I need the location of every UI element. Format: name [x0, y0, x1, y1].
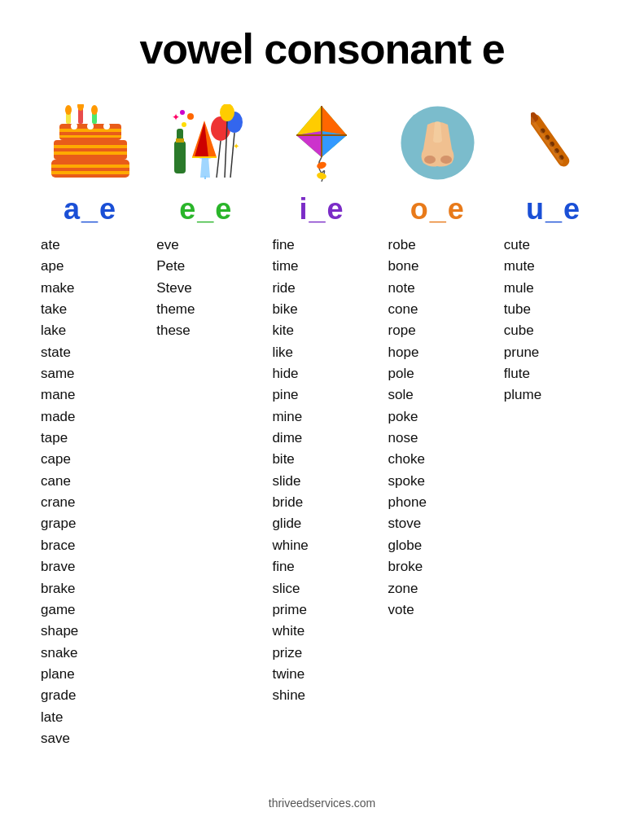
list-item: Steve	[156, 278, 191, 299]
svg-point-45	[316, 160, 327, 170]
list-item: late	[41, 707, 63, 728]
svg-point-31	[220, 104, 234, 121]
columns-wrapper: a_e ateapemaketakelakestatesamemanemadet…	[33, 98, 611, 749]
list-item: time	[272, 256, 298, 277]
list-item: bite	[272, 449, 294, 470]
list-item: take	[41, 299, 67, 320]
kite-icon-area	[291, 98, 353, 187]
list-item: save	[41, 728, 70, 749]
list-item: shape	[41, 621, 78, 642]
column-ue: u_e cutemutemuletubecubeprunefluteplume	[496, 98, 611, 406]
svg-point-22	[187, 113, 194, 120]
svg-point-49	[440, 156, 452, 164]
list-item: fine	[272, 556, 294, 577]
list-item: grape	[41, 513, 76, 534]
list-item: prime	[272, 599, 307, 621]
list-item: cape	[41, 449, 71, 470]
list-item: shine	[272, 685, 305, 706]
flute-icon-area	[531, 98, 576, 187]
list-item: flute	[504, 363, 530, 384]
list-item: zone	[388, 578, 418, 599]
list-item: tape	[41, 428, 68, 449]
list-item: plane	[41, 664, 75, 685]
svg-point-17	[103, 123, 110, 129]
list-item: state	[41, 342, 71, 363]
svg-marker-39	[322, 106, 347, 135]
svg-rect-25	[204, 176, 206, 179]
svg-rect-14	[51, 171, 129, 174]
list-item: snake	[41, 643, 77, 664]
list-item: twine	[272, 664, 304, 685]
svg-rect-9	[54, 140, 127, 160]
svg-line-28	[217, 141, 221, 178]
list-item: made	[41, 406, 76, 428]
word-list-ee: evePeteStevethemethese	[148, 235, 264, 342]
list-item: rope	[388, 320, 416, 341]
list-item: brace	[41, 535, 76, 556]
list-item: brake	[41, 578, 76, 599]
svg-point-23	[180, 110, 185, 115]
svg-marker-40	[296, 106, 322, 135]
list-item: these	[156, 320, 191, 341]
list-item: dime	[272, 428, 302, 449]
list-item: prune	[504, 342, 539, 363]
list-item: mule	[504, 278, 534, 299]
svg-point-46	[316, 171, 327, 180]
header-oe: o_e	[410, 192, 466, 226]
svg-rect-18	[174, 141, 186, 173]
svg-point-3	[65, 105, 72, 115]
list-item: bride	[272, 492, 303, 513]
svg-rect-57	[531, 116, 564, 165]
list-item: hide	[272, 363, 298, 384]
party-icon: ✦ ✦	[168, 104, 245, 182]
list-item: choke	[388, 449, 425, 470]
word-list-ae: ateapemaketakelakestatesamemanemadetapec…	[33, 235, 148, 749]
list-item: note	[388, 278, 415, 299]
column-ie: i_e finetimeridebikekitelikehidepinemine…	[264, 98, 379, 707]
column-oe: o_e robebonenoteconeropehopepolesolepoke…	[380, 98, 496, 621]
header-ue: u_e	[526, 192, 581, 226]
list-item: slice	[272, 578, 300, 599]
list-item: bone	[388, 256, 419, 277]
list-item: poke	[388, 406, 418, 428]
word-list-oe: robebonenoteconeropehopepolesolepokenose…	[380, 235, 496, 621]
list-item: lake	[41, 320, 66, 341]
list-item: vote	[388, 599, 414, 621]
list-item: spoke	[388, 471, 425, 492]
svg-point-48	[424, 156, 436, 164]
header-ee: e_e	[179, 192, 233, 226]
svg-text:✦: ✦	[233, 142, 239, 151]
list-item: mane	[41, 384, 76, 406]
list-item: kite	[272, 320, 293, 341]
footer: thriveedservices.com	[269, 780, 376, 818]
list-item: theme	[156, 299, 195, 320]
list-item: crane	[41, 492, 76, 513]
cake-icon	[50, 104, 131, 182]
svg-rect-13	[51, 165, 129, 168]
nose-icon-area	[399, 98, 476, 187]
list-item: make	[41, 278, 75, 299]
list-item: pole	[388, 363, 414, 384]
list-item: nose	[388, 428, 418, 449]
list-item: eve	[156, 235, 178, 256]
list-item: ate	[41, 235, 60, 256]
list-item: mute	[504, 256, 535, 277]
list-item: like	[272, 342, 293, 363]
list-item: cone	[388, 299, 418, 320]
svg-rect-20	[176, 138, 184, 143]
list-item: slide	[272, 471, 300, 492]
list-item: globe	[388, 535, 423, 556]
flute-icon	[531, 104, 576, 182]
svg-rect-10	[54, 145, 127, 148]
list-item: brave	[41, 556, 76, 577]
list-item: grade	[41, 685, 76, 706]
list-item: phone	[388, 492, 427, 513]
column-ee: ✦ ✦ e_e evePeteStevethemethese	[148, 98, 264, 342]
list-item: ape	[41, 256, 64, 277]
list-item: robe	[388, 235, 416, 256]
nose-icon	[399, 104, 476, 182]
header-ie: i_e	[299, 192, 344, 226]
svg-point-5	[91, 105, 98, 115]
list-item: stove	[388, 513, 422, 534]
svg-point-16	[87, 123, 94, 129]
